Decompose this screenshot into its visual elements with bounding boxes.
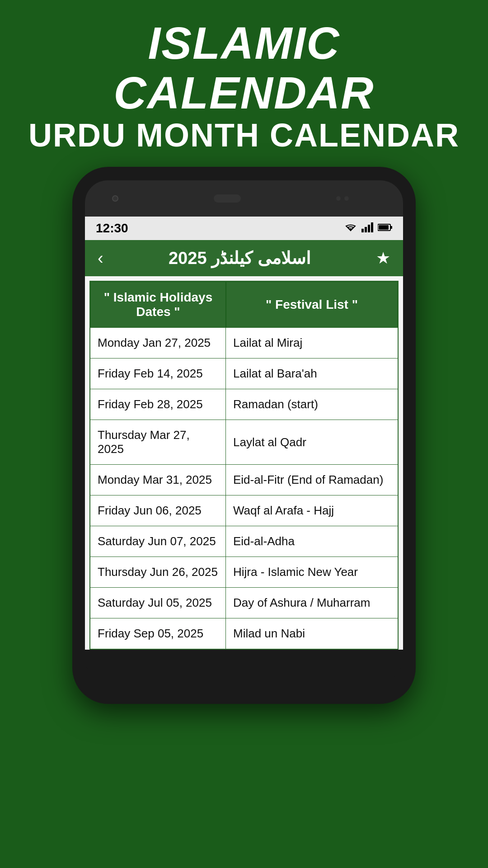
phone-dot xyxy=(344,196,349,201)
festival-cell: Milad un Nabi xyxy=(226,618,398,649)
festival-cell: Lailat al Miraj xyxy=(226,328,398,358)
screen-content: 12:30 xyxy=(85,217,403,650)
app-title-line2: URDU MONTH CALENDAR xyxy=(27,118,461,153)
status-bar: 12:30 xyxy=(85,217,403,240)
table-row: Friday Feb 14, 2025Lailat al Bara'ah xyxy=(90,359,398,389)
col2-header: " Festival List " xyxy=(226,282,398,328)
table-row: Monday Jan 27, 2025Lailat al Miraj xyxy=(90,328,398,359)
status-time: 12:30 xyxy=(96,221,128,236)
signal-icon xyxy=(361,222,373,236)
back-button[interactable]: ‹ xyxy=(98,249,103,268)
date-cell: Friday Jun 06, 2025 xyxy=(90,495,226,526)
date-cell: Monday Mar 31, 2025 xyxy=(90,465,226,495)
table-row: Friday Feb 28, 2025Ramadan (start) xyxy=(90,389,398,420)
app-title-line1: ISLAMIC CALENDAR xyxy=(27,18,461,118)
col1-header: " Islamic Holidays Dates " xyxy=(90,282,226,328)
festival-cell: Hijra - Islamic New Year xyxy=(226,557,398,587)
table-row: Monday Mar 31, 2025Eid-al-Fitr (End of R… xyxy=(90,465,398,495)
table-header-row: " Islamic Holidays Dates " " Festival Li… xyxy=(90,282,398,328)
date-cell: Monday Jan 27, 2025 xyxy=(90,328,226,358)
svg-rect-5 xyxy=(390,226,392,229)
svg-rect-2 xyxy=(368,225,370,232)
status-icons xyxy=(344,222,392,236)
date-cell: Saturday Jul 05, 2025 xyxy=(90,588,226,618)
background: ISLAMIC CALENDAR URDU MONTH CALENDAR 12:… xyxy=(0,0,488,868)
table-row: Friday Sep 05, 2025Milad un Nabi xyxy=(90,618,398,649)
table-row: Thursday Jun 26, 2025Hijra - Islamic New… xyxy=(90,557,398,588)
svg-rect-1 xyxy=(365,227,367,232)
festival-cell: Day of Ashura / Muharram xyxy=(226,588,398,618)
battery-icon xyxy=(378,223,392,233)
camera-icon xyxy=(112,195,118,202)
table-body: Monday Jan 27, 2025Lailat al MirajFriday… xyxy=(90,328,398,649)
festival-cell: Lailat al Bara'ah xyxy=(226,359,398,389)
table-row: Thursday Mar 27, 2025Laylat al Qadr xyxy=(90,420,398,465)
wifi-icon xyxy=(344,222,357,236)
phone-top-bar xyxy=(85,180,403,217)
svg-rect-6 xyxy=(379,225,389,230)
date-cell: Friday Feb 14, 2025 xyxy=(90,359,226,389)
svg-rect-3 xyxy=(371,222,373,232)
favorite-button[interactable]: ★ xyxy=(376,249,390,268)
date-cell: Friday Feb 28, 2025 xyxy=(90,389,226,420)
date-cell: Thursday Jun 26, 2025 xyxy=(90,557,226,587)
speaker-icon xyxy=(214,194,241,203)
festival-cell: Eid-al-Adha xyxy=(226,526,398,557)
festival-cell: Eid-al-Fitr (End of Ramadan) xyxy=(226,465,398,495)
phone-dots xyxy=(336,196,349,201)
table-row: Saturday Jul 05, 2025Day of Ashura / Muh… xyxy=(90,588,398,618)
title-section: ISLAMIC CALENDAR URDU MONTH CALENDAR xyxy=(0,0,488,162)
phone-bottom xyxy=(85,654,403,681)
festival-cell: Ramadan (start) xyxy=(226,389,398,420)
phone-container: 12:30 xyxy=(72,167,416,704)
svg-rect-0 xyxy=(361,229,364,232)
table-row: Friday Jun 06, 2025Waqf al Arafa - Hajj xyxy=(90,495,398,526)
festival-cell: Waqf al Arafa - Hajj xyxy=(226,495,398,526)
table-row: Saturday Jun 07, 2025Eid-al-Adha xyxy=(90,526,398,557)
date-cell: Saturday Jun 07, 2025 xyxy=(90,526,226,557)
phone-shell: 12:30 xyxy=(72,167,416,704)
phone-dot xyxy=(336,196,341,201)
date-cell: Thursday Mar 27, 2025 xyxy=(90,420,226,464)
date-cell: Friday Sep 05, 2025 xyxy=(90,618,226,649)
header-title: اسلامی کیلنڈر 2025 xyxy=(169,248,311,268)
festival-cell: Laylat al Qadr xyxy=(226,420,398,464)
holidays-table: " Islamic Holidays Dates " " Festival Li… xyxy=(89,281,399,650)
app-header: ‹ اسلامی کیلنڈر 2025 ★ xyxy=(85,240,403,276)
